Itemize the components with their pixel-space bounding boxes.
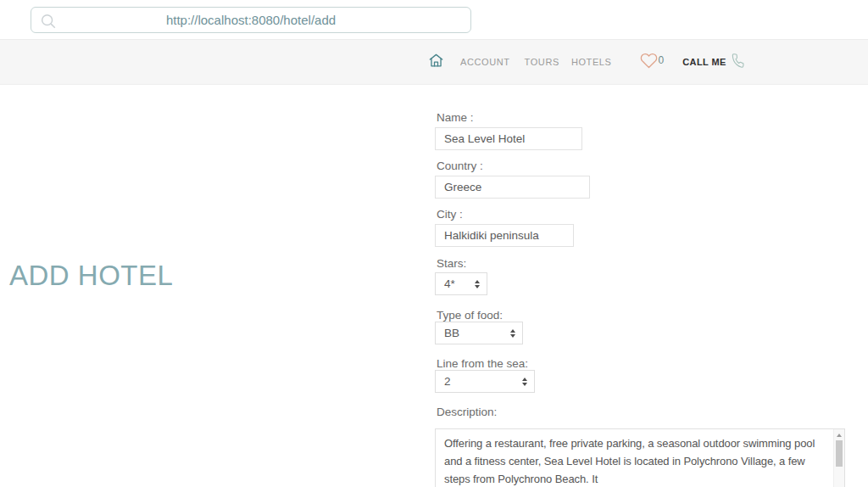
nav-item-hotels[interactable]: HOTELS	[571, 57, 612, 67]
country-input[interactable]	[435, 176, 590, 199]
browser-window: ACCOUNT TOURS HOTELS 0 CALL ME	[0, 0, 868, 487]
name-input[interactable]	[435, 127, 582, 150]
favorites-count: 0	[659, 54, 665, 66]
page-title: ADD HOTEL	[9, 260, 173, 292]
food-label: Type of food:	[437, 309, 503, 322]
line-from-sea-label: Line from the sea:	[437, 357, 528, 370]
search-icon	[39, 12, 58, 34]
call-me-button[interactable]: CALL ME	[682, 53, 744, 71]
stars-select-value: 4*	[444, 277, 455, 290]
nav-item-account[interactable]: ACCOUNT	[460, 57, 510, 67]
site-navbar: ACCOUNT TOURS HOTELS 0 CALL ME	[0, 39, 868, 85]
home-icon	[428, 53, 444, 72]
address-bar[interactable]	[31, 7, 471, 33]
food-select-value: BB	[444, 327, 459, 339]
scrollbar-thumb[interactable]	[836, 440, 843, 467]
line-from-sea-select[interactable]: 2	[435, 370, 535, 393]
heart-icon	[640, 52, 658, 73]
select-spinner-icon	[522, 378, 527, 386]
textarea-scrollbar[interactable]	[833, 429, 844, 487]
nav-item-tours[interactable]: TOURS	[525, 57, 559, 67]
url-input[interactable]	[31, 8, 470, 32]
food-select[interactable]: BB	[435, 322, 523, 344]
browser-top-bar	[0, 0, 868, 39]
name-label: Name :	[437, 111, 474, 124]
city-label: City :	[437, 208, 463, 221]
description-field-wrap: Offering a restaurant, free private park…	[435, 428, 845, 487]
stars-label: Stars:	[437, 257, 466, 270]
country-label: Country :	[437, 160, 483, 172]
favorites-button[interactable]: 0	[640, 52, 665, 73]
select-spinner-icon	[475, 280, 480, 288]
stars-select[interactable]: 4*	[435, 272, 487, 295]
scrollbar-up-icon[interactable]	[837, 434, 842, 437]
nav-cluster: ACCOUNT TOURS HOTELS 0 CALL ME	[428, 40, 745, 84]
description-textarea[interactable]: Offering a restaurant, free private park…	[436, 429, 844, 487]
description-label: Description:	[437, 406, 497, 418]
phone-icon	[731, 53, 745, 71]
select-spinner-icon	[510, 329, 515, 338]
nav-home-button[interactable]	[428, 53, 444, 72]
line-from-sea-select-value: 2	[444, 375, 451, 388]
city-input[interactable]	[435, 224, 574, 247]
call-me-label: CALL ME	[682, 57, 726, 67]
